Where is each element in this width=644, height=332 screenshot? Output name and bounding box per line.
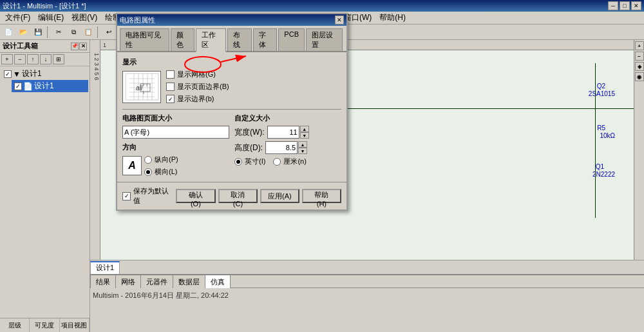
inches-radio[interactable] [234, 158, 242, 166]
portrait-row: 纵向(P) [144, 155, 178, 164]
direction-title: 方向 [122, 142, 229, 152]
dialog-tab-wiring[interactable]: 布线 [227, 28, 252, 51]
show-border-label: 显示边界(b) [177, 94, 214, 104]
show-grid-label: 显示网格(G) [177, 70, 216, 79]
circuit-properties-dialog: 电路图属性 ✕ 电路图可见性 颜色 工作区 布线 字体 PCB 图层设置 显示 [116, 13, 348, 211]
divider-1 [122, 109, 341, 110]
width-spin-buttons: ▲ ▼ [300, 126, 309, 139]
width-spin-down[interactable]: ▼ [300, 132, 309, 139]
save-default-label: 保存为默认值 [133, 186, 176, 206]
cm-radio[interactable] [273, 158, 281, 166]
show-grid-checkbox[interactable] [166, 70, 175, 79]
height-label: 高度(D): [234, 142, 263, 153]
inches-row: 英寸(I) [234, 157, 265, 166]
page-size-column: 电路图页面大小 A (字母) B C 方向 A [122, 113, 229, 177]
save-default-checkbox[interactable] [122, 192, 131, 200]
show-grid-row: 显示网格(G) [166, 70, 229, 79]
dialog-footer: 保存为默认值 确认(O) 取消(C) 应用(A) 帮助(H) [117, 182, 346, 210]
display-checkboxes: 显示网格(G) 显示页面边界(B) 显示边界(b) [166, 70, 229, 104]
cancel-button[interactable]: 取消(C) [218, 189, 258, 203]
page-size-select[interactable]: A (字母) B C [122, 126, 229, 139]
schematic-preview-box: all [122, 71, 161, 103]
custom-size-column: 自定义大小 宽度(W): ▲ ▼ 高度(D): [234, 113, 341, 177]
display-section-title: 显示 [122, 57, 341, 67]
dialog-tab-workspace[interactable]: 工作区 [196, 28, 226, 52]
page-size-area: 电路图页面大小 A (字母) B C 方向 A [122, 113, 341, 177]
dialog-tab-pcb[interactable]: PCB [278, 28, 305, 51]
dialog-content: 显示 all [117, 52, 346, 182]
show-page-border-row: 显示页面边界(B) [166, 82, 229, 92]
custom-size-title: 自定义大小 [234, 113, 341, 123]
help-button[interactable]: 帮助(H) [302, 189, 341, 203]
apply-button[interactable]: 应用(A) [260, 189, 299, 203]
landscape-label: 横向(L) [155, 167, 177, 177]
direction-group: A 纵向(P) 横向(L) [122, 155, 229, 177]
landscape-row: 横向(L) [144, 167, 178, 177]
save-default-area: 保存为默认值 [122, 186, 176, 206]
height-spinbox: ▲ ▼ [265, 141, 307, 154]
height-spin-up[interactable]: ▲ [298, 141, 307, 148]
width-input[interactable] [267, 126, 299, 139]
height-spin-buttons: ▲ ▼ [298, 141, 307, 154]
width-field-row: 宽度(W): ▲ ▼ [234, 126, 341, 139]
portrait-label: 纵向(P) [155, 155, 178, 164]
preview-svg: all [124, 72, 160, 101]
portrait-radio[interactable] [144, 156, 152, 164]
dialog-tab-layer[interactable]: 图层设置 [306, 28, 343, 51]
dialog-title-text: 电路图属性 [120, 15, 155, 25]
direction-preview: A [122, 156, 142, 175]
landscape-radio[interactable] [144, 168, 152, 176]
cm-label: 厘米(n) [283, 157, 306, 166]
unit-radios: 英寸(I) 厘米(n) [234, 157, 341, 166]
dialog-tabs: 电路图可见性 颜色 工作区 布线 字体 PCB 图层设置 [117, 26, 346, 52]
show-border-row: 显示边界(b) [166, 94, 229, 104]
dialog-tab-color[interactable]: 颜色 [171, 28, 195, 51]
footer-buttons: 确认(O) 取消(C) 应用(A) 帮助(H) [176, 189, 341, 203]
svg-text:all: all [136, 84, 143, 92]
width-spinbox: ▲ ▼ [267, 126, 309, 139]
direction-radios: 纵向(P) 横向(L) [144, 155, 178, 177]
inches-label: 英寸(I) [245, 157, 265, 166]
dialog-overlay: 电路图属性 ✕ 电路图可见性 颜色 工作区 布线 字体 PCB 图层设置 显示 [0, 0, 644, 332]
dialog-tab-visibility[interactable]: 电路图可见性 [120, 28, 169, 51]
dialog-tab-font[interactable]: 字体 [253, 28, 278, 51]
show-border-checkbox[interactable] [166, 95, 175, 103]
page-size-title: 电路图页面大小 [122, 113, 229, 123]
height-spin-down[interactable]: ▼ [298, 148, 307, 154]
display-preview-area: all 显示网格(G) 显示页面边界(B) [122, 70, 341, 104]
dialog-close-button[interactable]: ✕ [335, 15, 344, 24]
ok-button[interactable]: 确认(O) [176, 189, 216, 203]
width-label: 宽度(W): [234, 127, 265, 138]
height-input[interactable] [265, 141, 298, 154]
cm-row: 厘米(n) [273, 157, 306, 166]
height-field-row: 高度(D): ▲ ▼ [234, 141, 341, 154]
show-page-border-checkbox[interactable] [166, 83, 175, 91]
dialog-title-bar: 电路图属性 ✕ [117, 14, 346, 26]
show-page-border-label: 显示页面边界(B) [177, 82, 229, 92]
width-spin-up[interactable]: ▲ [300, 126, 309, 132]
